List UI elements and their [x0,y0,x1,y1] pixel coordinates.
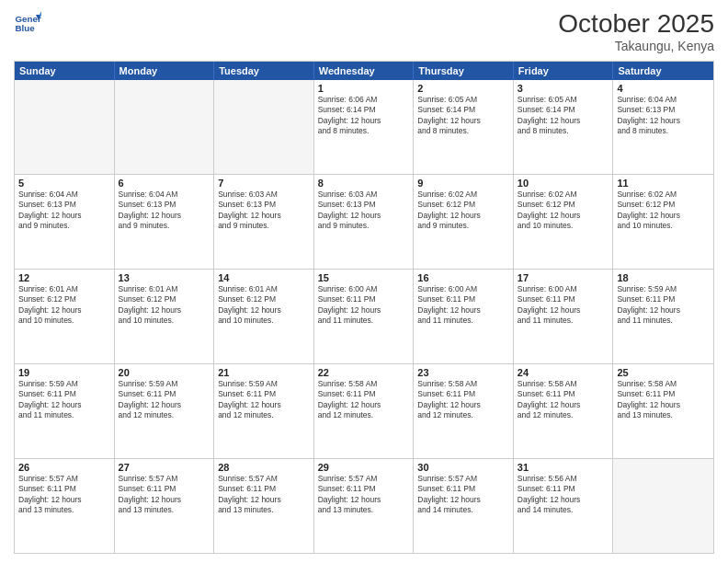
weekday-header: Saturday [613,62,713,80]
day-number: 19 [18,367,110,378]
weekday-header: Sunday [15,62,115,80]
day-number: 10 [518,178,609,189]
day-number: 13 [119,272,210,283]
calendar-cell: 8Sunrise: 6:03 AM Sunset: 6:13 PM Daylig… [314,175,415,269]
calendar-cell [15,80,115,174]
cell-info: Sunrise: 6:05 AM Sunset: 6:14 PM Dayligh… [518,95,609,137]
weekday-header: Thursday [414,62,514,80]
cell-info: Sunrise: 5:59 AM Sunset: 6:11 PM Dayligh… [218,379,310,421]
cell-info: Sunrise: 5:56 AM Sunset: 6:11 PM Dayligh… [518,474,609,516]
calendar-cell: 22Sunrise: 5:58 AM Sunset: 6:11 PM Dayli… [314,364,415,458]
calendar-cell: 15Sunrise: 6:00 AM Sunset: 6:11 PM Dayli… [314,270,415,363]
calendar-cell: 7Sunrise: 6:03 AM Sunset: 6:13 PM Daylig… [214,175,314,269]
calendar-cell: 26Sunrise: 5:57 AM Sunset: 6:11 PM Dayli… [15,459,115,553]
cell-info: Sunrise: 6:01 AM Sunset: 6:12 PM Dayligh… [218,284,310,327]
calendar-row: 5Sunrise: 6:04 AM Sunset: 6:13 PM Daylig… [15,175,713,270]
calendar-cell: 27Sunrise: 5:57 AM Sunset: 6:11 PM Dayli… [115,459,215,553]
calendar-cell: 12Sunrise: 6:01 AM Sunset: 6:12 PM Dayli… [15,270,115,363]
cell-info: Sunrise: 6:01 AM Sunset: 6:12 PM Dayligh… [119,284,210,327]
calendar-cell: 16Sunrise: 6:00 AM Sunset: 6:11 PM Dayli… [414,270,514,363]
day-number: 21 [218,367,310,378]
day-number: 3 [518,83,609,94]
calendar-cell: 2Sunrise: 6:05 AM Sunset: 6:14 PM Daylig… [414,80,514,174]
svg-text:Blue: Blue [16,23,36,33]
calendar-cell: 10Sunrise: 6:02 AM Sunset: 6:12 PM Dayli… [514,175,614,269]
day-number: 16 [417,272,509,283]
calendar-cell: 4Sunrise: 6:04 AM Sunset: 6:13 PM Daylig… [613,80,713,174]
cell-info: Sunrise: 6:03 AM Sunset: 6:13 PM Dayligh… [318,190,410,232]
day-number: 18 [617,272,710,283]
calendar-cell: 28Sunrise: 5:57 AM Sunset: 6:11 PM Dayli… [214,459,314,553]
calendar-cell: 17Sunrise: 6:00 AM Sunset: 6:11 PM Dayli… [514,270,614,363]
weekday-header: Tuesday [214,62,314,80]
calendar-cell: 9Sunrise: 6:02 AM Sunset: 6:12 PM Daylig… [414,175,514,269]
day-number: 6 [119,178,210,189]
cell-info: Sunrise: 5:58 AM Sunset: 6:11 PM Dayligh… [518,379,609,421]
cell-info: Sunrise: 5:59 AM Sunset: 6:11 PM Dayligh… [119,379,210,421]
cell-info: Sunrise: 6:02 AM Sunset: 6:12 PM Dayligh… [617,190,710,232]
day-number: 15 [318,272,410,283]
cell-info: Sunrise: 6:00 AM Sunset: 6:11 PM Dayligh… [318,284,410,327]
calendar-cell: 29Sunrise: 5:57 AM Sunset: 6:11 PM Dayli… [314,459,415,553]
day-number: 31 [518,462,609,473]
calendar-cell [613,459,713,553]
calendar-cell: 30Sunrise: 5:57 AM Sunset: 6:11 PM Dayli… [414,459,514,553]
calendar-cell: 6Sunrise: 6:04 AM Sunset: 6:13 PM Daylig… [115,175,215,269]
cell-info: Sunrise: 6:04 AM Sunset: 6:13 PM Dayligh… [119,190,210,232]
calendar-cell: 24Sunrise: 5:58 AM Sunset: 6:11 PM Dayli… [514,364,614,458]
cell-info: Sunrise: 6:04 AM Sunset: 6:13 PM Dayligh… [617,95,710,137]
day-number: 8 [318,178,410,189]
header: General Blue October 2025 Takaungu, Keny… [14,9,714,53]
day-number: 29 [318,462,410,473]
cell-info: Sunrise: 5:57 AM Sunset: 6:11 PM Dayligh… [119,474,210,516]
day-number: 27 [119,462,210,473]
logo-icon: General Blue [14,9,41,37]
title-block: October 2025 Takaungu, Kenya [558,9,714,53]
day-number: 9 [417,178,509,189]
day-number: 7 [218,178,310,189]
calendar-cell: 19Sunrise: 5:59 AM Sunset: 6:11 PM Dayli… [15,364,115,458]
day-number: 24 [518,367,609,378]
day-number: 11 [617,178,710,189]
cell-info: Sunrise: 5:57 AM Sunset: 6:11 PM Dayligh… [218,474,310,516]
cell-info: Sunrise: 6:00 AM Sunset: 6:11 PM Dayligh… [417,284,509,327]
cell-info: Sunrise: 6:02 AM Sunset: 6:12 PM Dayligh… [417,190,509,232]
month-title: October 2025 [558,9,714,39]
day-number: 22 [318,367,410,378]
cell-info: Sunrise: 6:03 AM Sunset: 6:13 PM Dayligh… [218,190,310,232]
day-number: 30 [417,462,509,473]
calendar-cell: 21Sunrise: 5:59 AM Sunset: 6:11 PM Dayli… [214,364,314,458]
cell-info: Sunrise: 5:57 AM Sunset: 6:11 PM Dayligh… [318,474,410,516]
cell-info: Sunrise: 5:58 AM Sunset: 6:11 PM Dayligh… [617,379,710,421]
calendar-header: SundayMondayTuesdayWednesdayThursdayFrid… [15,62,713,80]
weekday-header: Monday [115,62,215,80]
weekday-header: Wednesday [314,62,415,80]
day-number: 28 [218,462,310,473]
day-number: 5 [18,178,110,189]
calendar-page: General Blue October 2025 Takaungu, Keny… [0,0,728,563]
calendar-cell: 20Sunrise: 5:59 AM Sunset: 6:11 PM Dayli… [115,364,215,458]
location: Takaungu, Kenya [558,39,714,53]
calendar-cell: 1Sunrise: 6:06 AM Sunset: 6:14 PM Daylig… [314,80,415,174]
day-number: 14 [218,272,310,283]
calendar-cell: 14Sunrise: 6:01 AM Sunset: 6:12 PM Dayli… [214,270,314,363]
calendar-cell: 13Sunrise: 6:01 AM Sunset: 6:12 PM Dayli… [115,270,215,363]
cell-info: Sunrise: 6:05 AM Sunset: 6:14 PM Dayligh… [417,95,509,137]
calendar-body: 1Sunrise: 6:06 AM Sunset: 6:14 PM Daylig… [15,80,713,553]
calendar-row: 12Sunrise: 6:01 AM Sunset: 6:12 PM Dayli… [15,270,713,364]
day-number: 20 [119,367,210,378]
weekday-header: Friday [514,62,614,80]
logo: General Blue [14,9,41,37]
calendar-cell: 3Sunrise: 6:05 AM Sunset: 6:14 PM Daylig… [514,80,614,174]
cell-info: Sunrise: 6:04 AM Sunset: 6:13 PM Dayligh… [18,190,110,232]
day-number: 12 [18,272,110,283]
day-number: 25 [617,367,710,378]
cell-info: Sunrise: 6:06 AM Sunset: 6:14 PM Dayligh… [318,95,410,137]
calendar-cell: 23Sunrise: 5:58 AM Sunset: 6:11 PM Dayli… [414,364,514,458]
day-number: 23 [417,367,509,378]
calendar: SundayMondayTuesdayWednesdayThursdayFrid… [14,61,714,554]
calendar-cell [214,80,314,174]
calendar-row: 26Sunrise: 5:57 AM Sunset: 6:11 PM Dayli… [15,459,713,553]
day-number: 2 [417,83,509,94]
cell-info: Sunrise: 6:00 AM Sunset: 6:11 PM Dayligh… [518,284,609,327]
